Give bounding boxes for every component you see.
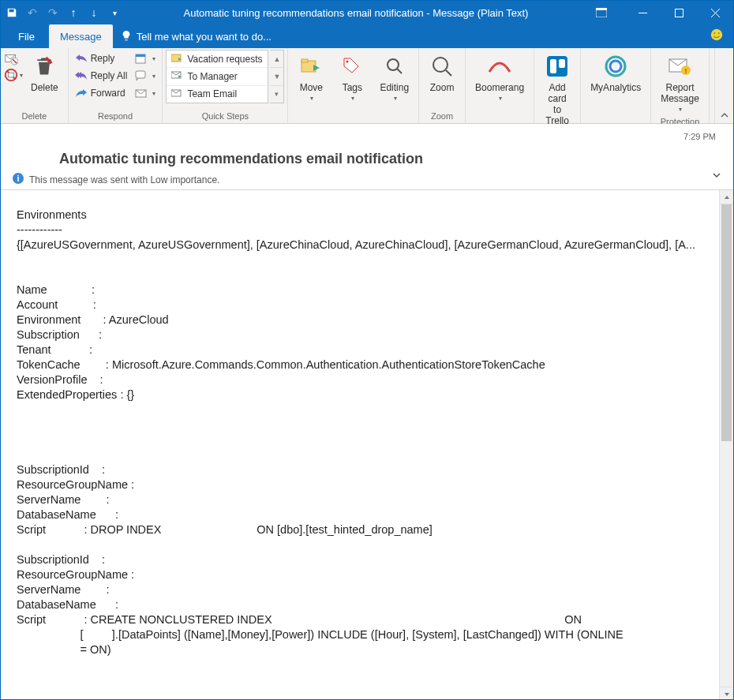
next-item-icon[interactable]: ↓ bbox=[88, 6, 100, 19]
svg-point-21 bbox=[388, 59, 399, 70]
group-label-delete: Delete bbox=[4, 110, 65, 123]
ribbon-group-respond: Reply Reply All Forward ▾ ▾ ▾ Respond bbox=[69, 48, 163, 123]
importance-text: This message was sent with Low importanc… bbox=[29, 174, 219, 185]
group-label-zoom: Zoom bbox=[422, 110, 462, 123]
message-timestamp: 7:29 PM bbox=[12, 129, 722, 141]
ribbon-tabs: File Message Tell me what you want to do… bbox=[1, 24, 733, 48]
svg-point-20 bbox=[346, 61, 349, 63]
im-button[interactable]: ▾ bbox=[132, 67, 159, 84]
svg-rect-25 bbox=[559, 59, 565, 68]
tab-message[interactable]: Message bbox=[49, 24, 113, 48]
redo-icon[interactable]: ↷ bbox=[47, 6, 59, 19]
svg-point-6 bbox=[718, 32, 720, 34]
svg-text:i: i bbox=[17, 174, 19, 183]
importance-infobar: i This message was sent with Low importa… bbox=[12, 170, 722, 190]
ribbon-group-delete: ▾ Delete Delete bbox=[1, 48, 69, 123]
ribbon-group-protection: ! Report Message ▾ Protection bbox=[651, 48, 710, 123]
ribbon-group-myanalytics: MyAnalytics bbox=[581, 48, 651, 123]
quick-steps-scroll: ▲ ▼ ▾ bbox=[270, 50, 284, 103]
svg-point-22 bbox=[433, 58, 448, 72]
svg-rect-3 bbox=[675, 9, 683, 17]
reply-button[interactable]: Reply bbox=[72, 50, 131, 67]
qs-scroll-up[interactable]: ▲ bbox=[270, 51, 283, 68]
reply-icon bbox=[75, 52, 88, 65]
maximize-button[interactable] bbox=[661, 1, 697, 24]
svg-rect-15 bbox=[171, 54, 181, 62]
close-button[interactable] bbox=[697, 1, 733, 24]
feedback-smiley-icon[interactable] bbox=[710, 28, 724, 45]
svg-rect-19 bbox=[301, 59, 308, 62]
trello-add-card-button[interactable]: Add card to Trello bbox=[537, 50, 577, 126]
more-respond-button[interactable]: ▾ bbox=[132, 84, 159, 102]
tags-button[interactable]: Tags▾ bbox=[332, 50, 372, 104]
svg-point-5 bbox=[713, 32, 715, 34]
quick-access-toolbar: ↶ ↷ ↑ ↓ ▾ bbox=[6, 6, 121, 19]
ribbon-group-move: Move▾ Tags▾ Editing▾ bbox=[288, 48, 419, 123]
meeting-button[interactable]: ▾ bbox=[132, 50, 159, 67]
delete-label: Delete bbox=[31, 82, 58, 93]
move-button[interactable]: Move▾ bbox=[291, 50, 331, 104]
qs-scroll-down[interactable]: ▼ bbox=[270, 68, 283, 85]
svg-rect-10 bbox=[8, 73, 13, 77]
reply-all-button[interactable]: Reply All bbox=[72, 67, 131, 84]
qat-customize-icon[interactable]: ▾ bbox=[108, 6, 121, 19]
svg-rect-2 bbox=[639, 13, 647, 13]
more-respond-icon bbox=[135, 87, 148, 99]
svg-rect-13 bbox=[136, 71, 145, 78]
ribbon-group-quicksteps: Vacation requests To Manager Team Email … bbox=[163, 48, 288, 123]
ribbon-display-options-icon[interactable] bbox=[583, 1, 620, 24]
ribbon-group-trello: Add card to Trello Trello bbox=[534, 48, 581, 123]
zoom-button[interactable]: Zoom bbox=[422, 50, 462, 93]
undo-icon[interactable]: ↶ bbox=[26, 6, 39, 19]
ribbon-group-zoom: Zoom Zoom bbox=[419, 48, 466, 123]
group-label-respond: Respond bbox=[72, 110, 159, 123]
window-controls bbox=[624, 1, 733, 24]
info-icon: i bbox=[12, 172, 24, 187]
expand-header-button[interactable] bbox=[711, 170, 722, 183]
message-body: Environments ------------ {[AzureUSGover… bbox=[1, 190, 719, 700]
quickstep-vacation[interactable]: Vacation requests bbox=[167, 51, 268, 68]
quickstep-to-manager[interactable]: To Manager bbox=[167, 68, 268, 85]
scroll-thumb[interactable] bbox=[721, 204, 732, 441]
junk-icon[interactable]: ▾ bbox=[4, 68, 23, 82]
minimize-button[interactable] bbox=[624, 1, 661, 24]
forward-button[interactable]: Forward bbox=[72, 84, 131, 102]
title-bar: ↶ ↷ ↑ ↓ ▾ Automatic tuning recommendatio… bbox=[1, 1, 733, 24]
team-email-icon bbox=[171, 88, 182, 100]
save-icon[interactable] bbox=[6, 6, 18, 19]
collapse-ribbon-button[interactable] bbox=[714, 48, 733, 123]
meeting-icon bbox=[135, 52, 148, 65]
qs-expand[interactable]: ▾ bbox=[270, 86, 283, 103]
quick-steps-gallery: Vacation requests To Manager Team Email bbox=[166, 50, 268, 103]
svg-point-27 bbox=[610, 61, 621, 72]
delete-button[interactable]: Delete bbox=[24, 50, 65, 93]
vertical-scrollbar[interactable] bbox=[719, 190, 733, 700]
report-message-button[interactable]: ! Report Message ▾ bbox=[654, 50, 706, 115]
group-label-quicksteps: Quick Steps bbox=[166, 110, 284, 123]
ribbon: ▾ Delete Delete Reply Reply All bbox=[1, 48, 733, 124]
boomerang-button[interactable]: Boomerang▾ bbox=[469, 50, 530, 104]
window-title: Automatic tuning recommendations email n… bbox=[129, 7, 583, 19]
scroll-up-button[interactable] bbox=[720, 190, 733, 204]
editing-button[interactable]: Editing▾ bbox=[373, 50, 415, 104]
to-manager-icon bbox=[171, 70, 182, 82]
message-header: 7:29 PM Automatic tuning recommendations… bbox=[1, 124, 733, 190]
tell-me-placeholder: Tell me what you want to do... bbox=[137, 31, 272, 43]
myanalytics-button[interactable]: MyAnalytics bbox=[584, 50, 647, 93]
lightbulb-icon bbox=[121, 30, 132, 43]
message-subject: Automatic tuning recommendations email n… bbox=[12, 141, 722, 170]
tell-me-search[interactable]: Tell me what you want to do... bbox=[113, 24, 279, 48]
previous-item-icon[interactable]: ↑ bbox=[67, 6, 80, 19]
reply-all-icon bbox=[75, 69, 88, 82]
im-icon bbox=[135, 69, 148, 82]
message-body-container: Environments ------------ {[AzureUSGover… bbox=[1, 190, 733, 700]
scroll-down-button[interactable] bbox=[720, 687, 733, 700]
ignore-icon[interactable] bbox=[4, 51, 23, 68]
svg-rect-24 bbox=[550, 59, 556, 73]
ribbon-group-boomerang: Boomerang▾ bbox=[466, 48, 534, 123]
svg-point-4 bbox=[711, 29, 722, 40]
tab-file[interactable]: File bbox=[4, 24, 49, 48]
svg-rect-1 bbox=[596, 8, 607, 10]
move-folder-icon bbox=[171, 53, 182, 65]
quickstep-team-email[interactable]: Team Email bbox=[167, 86, 268, 103]
